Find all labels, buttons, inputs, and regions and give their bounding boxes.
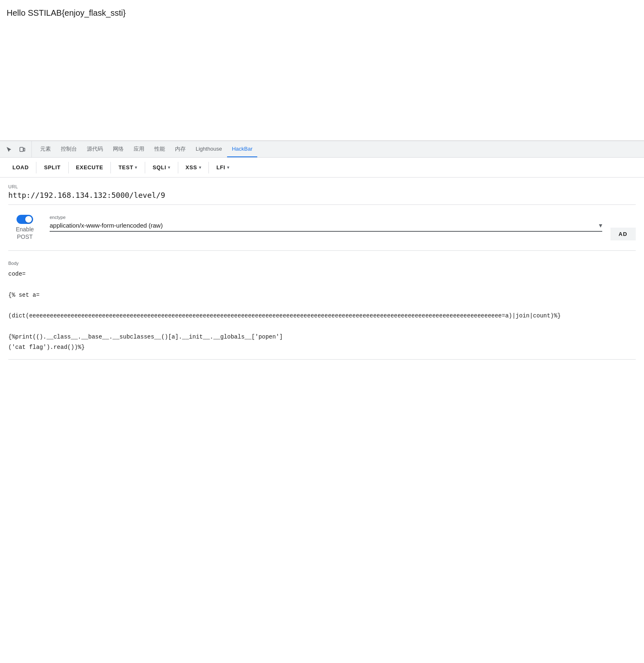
- devtools-tab-bar: 元素 控制台 源代码 网络 应用 性能 内存 Lighthouse HackBa…: [0, 141, 644, 158]
- body-label: Body: [8, 261, 636, 266]
- devtools-panel: 元素 控制台 源代码 网络 应用 性能 内存 Lighthouse HackBa…: [0, 141, 644, 366]
- sqli-button[interactable]: SQLI ▾: [147, 161, 176, 174]
- page-content: Hello SSTILAB{enjoy_flask_ssti}: [0, 0, 644, 141]
- svg-rect-0: [20, 147, 23, 151]
- toolbar-divider-4: [145, 162, 145, 173]
- tab-elements[interactable]: 元素: [35, 141, 56, 157]
- enctype-select-row[interactable]: application/x-www-form-urlencoded (raw) …: [50, 221, 602, 232]
- toolbar-divider: [36, 162, 36, 173]
- toolbar-divider-2: [68, 162, 69, 173]
- body-code[interactable]: code= {% set a= (dict(eeeeeeeeeeeeeeeeee…: [8, 269, 636, 353]
- hackbar-content: URL http://192.168.134.132:5000/level/9 …: [0, 178, 644, 366]
- tab-memory[interactable]: 内存: [170, 141, 191, 157]
- lfi-arrow-icon: ▾: [227, 165, 230, 170]
- hello-text: Hello SSTILAB{enjoy_flask_ssti}: [7, 8, 126, 17]
- enable-post-container: EnablePOST: [8, 215, 41, 240]
- lfi-button[interactable]: LFI ▾: [211, 161, 235, 174]
- enctype-value: application/x-www-form-urlencoded (raw): [50, 222, 599, 229]
- device-toolbar-icon[interactable]: [17, 144, 28, 155]
- split-button[interactable]: SPLIT: [38, 161, 66, 174]
- test-button[interactable]: TEST ▾: [113, 161, 143, 174]
- execute-button[interactable]: EXECUTE: [70, 161, 109, 174]
- url-label: URL: [8, 184, 636, 189]
- bottom-divider: [8, 359, 636, 360]
- sqli-arrow-icon: ▾: [168, 165, 170, 170]
- tab-lighthouse[interactable]: Lighthouse: [191, 141, 227, 157]
- toggle-container: [17, 215, 33, 224]
- enable-post-toggle[interactable]: [17, 215, 33, 224]
- toolbar-divider-5: [178, 162, 178, 173]
- tab-performance[interactable]: 性能: [149, 141, 170, 157]
- toolbar-divider-3: [110, 162, 111, 173]
- body-section: Body code= {% set a= (dict(eeeeeeeeeeeee…: [8, 256, 636, 353]
- enctype-container: enctype application/x-www-form-urlencode…: [50, 215, 602, 232]
- svg-rect-1: [24, 148, 25, 151]
- url-divider: [8, 204, 636, 205]
- post-section: EnablePOST enctype application/x-www-for…: [8, 210, 636, 245]
- hackbar-toolbar: LOAD SPLIT EXECUTE TEST ▾ SQLI ▾ XSS ▾ L…: [0, 158, 644, 178]
- xss-button[interactable]: XSS ▾: [180, 161, 207, 174]
- tab-hackbar[interactable]: HackBar: [227, 141, 258, 157]
- test-arrow-icon: ▾: [135, 165, 137, 170]
- url-field-container: URL http://192.168.134.132:5000/level/9: [8, 184, 636, 199]
- toolbar-divider-6: [208, 162, 209, 173]
- tab-sources[interactable]: 源代码: [82, 141, 108, 157]
- enable-post-label: EnablePOST: [16, 226, 34, 240]
- tab-console[interactable]: 控制台: [56, 141, 82, 157]
- tab-application[interactable]: 应用: [129, 141, 149, 157]
- xss-arrow-icon: ▾: [199, 165, 201, 170]
- load-button[interactable]: LOAD: [7, 161, 34, 174]
- add-button[interactable]: AD: [610, 228, 636, 240]
- devtools-icon-group: [3, 141, 32, 157]
- enctype-dropdown-icon: ▾: [599, 221, 602, 229]
- cursor-icon[interactable]: [3, 144, 15, 155]
- enctype-label: enctype: [50, 215, 602, 220]
- tab-network[interactable]: 网络: [108, 141, 129, 157]
- url-value[interactable]: http://192.168.134.132:5000/level/9: [8, 191, 636, 199]
- body-divider: [8, 250, 636, 251]
